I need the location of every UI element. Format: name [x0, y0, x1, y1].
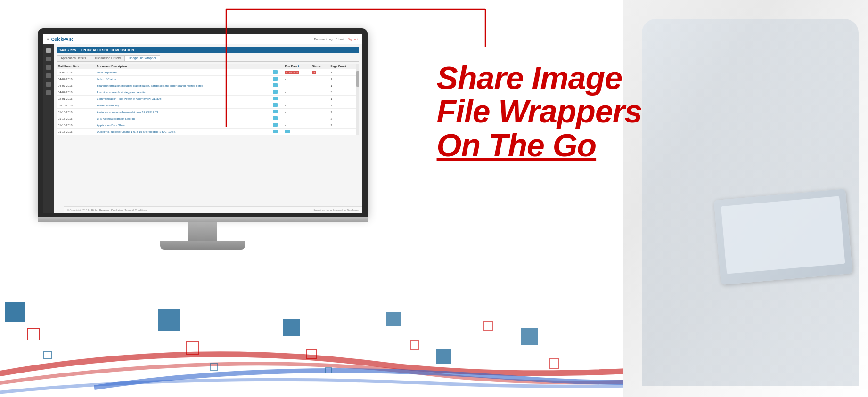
sidebar-icon-user: [46, 90, 51, 95]
laptop-screen: [714, 189, 853, 285]
cell-icon: [271, 122, 284, 129]
cell-pages: 1: [329, 69, 359, 76]
cell-due: -: [284, 122, 311, 129]
app-footer: © Copyright 2016 All Rights Reserved Dev…: [64, 206, 362, 213]
tab-application-details[interactable]: Application Details: [57, 55, 90, 61]
cell-due: -: [284, 102, 311, 109]
cell-date: 01-15-2016: [57, 129, 95, 135]
cell-desc: Search information including classificat…: [95, 82, 271, 89]
sidebar-icon-home: [46, 48, 51, 53]
table-row: 01-15-2016 Application Data Sheet - 9: [57, 122, 359, 129]
cell-status: [311, 82, 329, 89]
table-row: 04-07-2016 Examiner's search strategy an…: [57, 89, 359, 96]
cell-icon: [271, 102, 284, 109]
cell-desc: Application Data Sheet: [95, 122, 271, 129]
cell-date: 01-15-2016: [57, 115, 95, 122]
cell-due: -: [284, 96, 311, 102]
quickpair-app: ≡ QuickPAIR Document Log 1.host Sign out: [43, 34, 362, 213]
headline-line1: Share Image: [437, 61, 642, 95]
cell-status: [311, 122, 329, 129]
cell-date: 02-01-2016: [57, 96, 95, 102]
monitor-screen: ≡ QuickPAIR Document Log 1.host Sign out: [43, 34, 362, 213]
cell-date: 01-15-2016: [57, 109, 95, 115]
cell-pages: 2: [329, 109, 359, 115]
app-title: QuickPAIR: [51, 37, 73, 41]
cell-due: -: [284, 109, 311, 115]
app-tabs: Application Details Transaction History …: [57, 55, 359, 62]
tab-transaction-history[interactable]: Transaction History: [90, 55, 125, 61]
app-logo: ≡ QuickPAIR: [47, 37, 73, 41]
person-image: [623, 0, 868, 397]
cell-status: [311, 102, 329, 109]
monitor: ≡ QuickPAIR Document Log 1.host Sign out: [38, 28, 368, 250]
patent-title-bar: 14/387,555 EPOXY ADHESIVE COMPOSITION: [57, 47, 359, 53]
col-header-status: Status: [311, 64, 329, 69]
table-row: 01-15-2016 Assignee showing of ownership…: [57, 109, 359, 115]
scrollbar-track[interactable]: [356, 64, 359, 135]
cell-desc: QuickPAIR update: Claims 1-6, 8-15 are r…: [95, 129, 271, 135]
cell-icon: [271, 82, 284, 89]
table-row: 04-07-2016 Final Rejections 07-07-2016 ■…: [57, 69, 359, 76]
cell-due: [284, 129, 311, 135]
headline-section: Share Image File Wrappers On The Go: [437, 61, 642, 162]
cell-pages: -: [329, 129, 359, 135]
monitor-base-top: [38, 217, 368, 222]
menu-icon: ≡: [47, 37, 49, 41]
user-label: 1.host: [336, 38, 344, 41]
col-header-pages: Page Count: [329, 64, 359, 69]
sidebar-icon-search: [46, 57, 51, 61]
monitor-screen-wrapper: ≡ QuickPAIR Document Log 1.host Sign out: [38, 28, 368, 217]
cell-pages: 2: [329, 102, 359, 109]
cell-pages: 1: [329, 82, 359, 89]
sidebar-icon-edit: [46, 65, 51, 70]
cell-date: 04-07-2016: [57, 76, 95, 82]
app-header: ≡ QuickPAIR Document Log 1.host Sign out: [43, 34, 362, 44]
monitor-foot: [160, 241, 245, 250]
cell-icon: [271, 115, 284, 122]
scrollbar-thumb[interactable]: [356, 71, 359, 87]
cell-icon: [271, 96, 284, 102]
app-sidebar: [43, 44, 54, 213]
cell-pages: 2: [329, 115, 359, 122]
document-log-link: Document Log: [314, 38, 333, 41]
cell-status: [311, 115, 329, 122]
cell-due: -: [284, 76, 311, 82]
tab-image-file-wrapper[interactable]: Image File Wrapper: [125, 55, 160, 61]
table-row: 01-15-2016 Power of Attorney - 2: [57, 102, 359, 109]
cell-due: 07-07-2016: [284, 69, 311, 76]
col-header-date: Mail Room Date: [57, 64, 95, 69]
cell-status: [311, 76, 329, 82]
cell-pages: 9: [329, 122, 359, 129]
table-row: 04-07-2016 Search information including …: [57, 82, 359, 89]
patent-title: EPOXY ADHESIVE COMPOSITION: [81, 49, 134, 52]
cell-status: [311, 129, 329, 135]
cell-desc: Communication - Re: Power of Attorney (P…: [95, 96, 271, 102]
footer-copyright: © Copyright 2016 All Rights Reserved Dev…: [67, 209, 147, 211]
cell-status: [311, 109, 329, 115]
sidebar-icon-info: [46, 82, 51, 87]
sidebar-icon-chart: [46, 73, 51, 78]
cell-pages: 1: [329, 76, 359, 82]
table-row: 04-07-2016 Index of Claims - 1: [57, 76, 359, 82]
laptop-screen-display: [721, 196, 845, 274]
table-row: 01-15-2016 QuickPAIR update: Claims 1-6,…: [57, 129, 359, 135]
cell-due: -: [284, 82, 311, 89]
col-header-desc: Document Description: [95, 64, 271, 69]
cell-desc: Assignee showing of ownership per 37 CFR…: [95, 109, 271, 115]
cell-desc: Index of Claims: [95, 76, 271, 82]
sign-out-link: Sign out: [348, 38, 358, 41]
cell-status: ■: [311, 69, 329, 76]
patent-number: 14/387,555: [59, 49, 76, 52]
cell-icon: [271, 109, 284, 115]
cell-icon: [271, 69, 284, 76]
cell-desc: Final Rejections: [95, 69, 271, 76]
cell-pages: 1: [329, 96, 359, 102]
headline-line3: On The Go: [437, 129, 642, 162]
cell-date: 04-07-2016: [57, 69, 95, 76]
table-row: 02-01-2016 Communication - Re: Power of …: [57, 96, 359, 102]
cell-date: 01-15-2016: [57, 102, 95, 109]
cell-icon: [271, 89, 284, 96]
cell-pages: 5: [329, 89, 359, 96]
cell-desc: Power of Attorney: [95, 102, 271, 109]
document-table: Mail Room Date Document Description Due …: [57, 64, 359, 135]
